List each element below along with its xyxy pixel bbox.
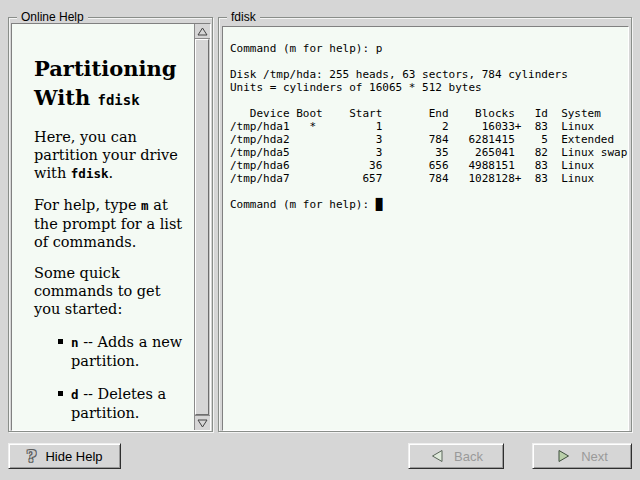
back-button[interactable]: Back (408, 443, 504, 469)
bullet-icon (58, 339, 63, 344)
installer-screen: Online Help Partitioning With fdisk Here… (0, 0, 640, 480)
help-scrollbar[interactable] (194, 24, 210, 430)
back-arrow-icon (429, 448, 445, 464)
help-title: Partitioning With fdisk (34, 54, 189, 115)
triangle-up-icon (197, 27, 208, 36)
help-title-code: fdisk (97, 92, 139, 108)
fdisk-frame: fdisk Command (m for help): p Disk /tmp/… (218, 17, 632, 432)
fdisk-terminal[interactable]: Command (m for help): p Disk /tmp/hda: 2… (222, 26, 629, 431)
scroll-down-button[interactable] (195, 415, 210, 430)
next-label: Next (581, 449, 608, 464)
command-letter: n (71, 335, 79, 350)
list-item: d -- Deletes a partition. (59, 385, 191, 422)
list-item: n -- Adds a new partition. (59, 333, 191, 370)
next-button[interactable]: Next (532, 443, 632, 469)
fdisk-frame-label: fdisk (227, 10, 260, 24)
help-p2-text: For help, type (34, 197, 141, 213)
help-paragraph-1: Here, you can partition your drive with … (34, 128, 189, 183)
help-content: Partitioning With fdisk Here, you can pa… (12, 24, 195, 430)
help-command-list: n -- Adds a new partition. d -- Deletes … (59, 333, 191, 430)
help-paragraph-3: Some quick commands to get you started: (34, 264, 189, 318)
help-p2-code: m (141, 198, 149, 213)
terminal-output[interactable]: Command (m for help): p Disk /tmp/hda: 2… (223, 27, 628, 211)
help-p1-code: fdisk (71, 166, 109, 181)
help-panel: Partitioning With fdisk Here, you can pa… (11, 23, 211, 431)
scroll-up-button[interactable] (195, 24, 210, 39)
command-letter: d (71, 387, 79, 402)
online-help-frame: Online Help Partitioning With fdisk Here… (8, 17, 213, 432)
bullet-icon (58, 391, 63, 396)
command-description: -- Deletes a partition. (71, 386, 166, 421)
help-paragraph-2: For help, type m at the prompt for a lis… (34, 196, 189, 251)
back-label: Back (454, 449, 483, 464)
command-description: -- Adds a new partition. (71, 334, 182, 369)
online-help-frame-label: Online Help (17, 10, 88, 24)
next-arrow-icon (556, 448, 572, 464)
triangle-down-icon (197, 419, 208, 428)
help-p1-tail: . (108, 165, 113, 181)
scrollbar-thumb[interactable] (195, 39, 209, 415)
hide-help-button[interactable]: ? Hide Help (8, 443, 121, 469)
hide-help-label: Hide Help (45, 449, 102, 464)
question-mark-icon: ? (26, 446, 36, 466)
